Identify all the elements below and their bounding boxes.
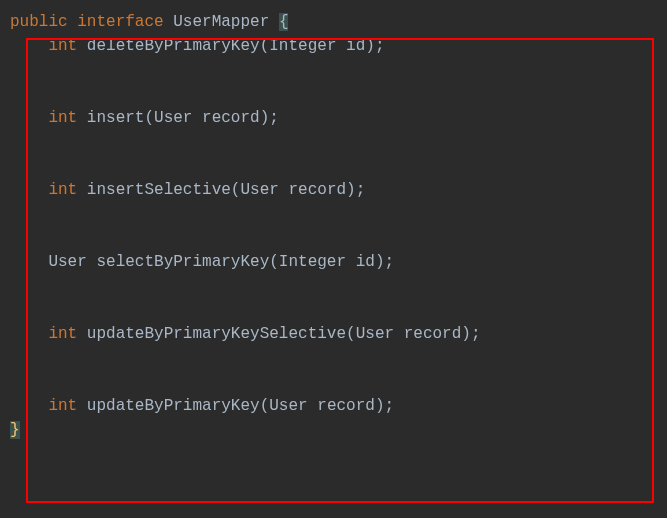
semicolon: ; [375, 37, 385, 55]
return-type: int [48, 181, 77, 199]
param-type: User [240, 181, 278, 199]
blank-line [10, 226, 657, 250]
param-name: id [346, 37, 365, 55]
param-name: record [317, 397, 375, 415]
method-name: insert [87, 109, 145, 127]
param-type: Integer [269, 37, 336, 55]
close-brace: } [10, 421, 20, 439]
param-type: User [154, 109, 192, 127]
access-modifier: public [10, 13, 68, 31]
paren-open: ( [346, 325, 356, 343]
blank-line [10, 346, 657, 370]
method-name: insertSelective [87, 181, 231, 199]
code-editor: public interface UserMapper { int delete… [10, 10, 657, 442]
semicolon: ; [269, 109, 279, 127]
method-name: selectByPrimaryKey [96, 253, 269, 271]
blank-line [10, 370, 657, 394]
return-type: int [48, 325, 77, 343]
blank-line [10, 298, 657, 322]
param-type: Integer [279, 253, 346, 271]
param-name: id [356, 253, 375, 271]
param-name: record [202, 109, 260, 127]
semicolon: ; [471, 325, 481, 343]
method-line: User selectByPrimaryKey(Integer id); [10, 250, 657, 274]
paren-open: ( [260, 37, 270, 55]
method-line: int insertSelective(User record); [10, 178, 657, 202]
blank-line [10, 274, 657, 298]
close-brace-line: } [10, 418, 657, 442]
return-type: int [48, 109, 77, 127]
paren-open: ( [269, 253, 279, 271]
paren-close: ) [375, 397, 385, 415]
param-name: record [404, 325, 462, 343]
blank-line [10, 58, 657, 82]
interface-keyword: interface [77, 13, 163, 31]
method-name: deleteByPrimaryKey [87, 37, 260, 55]
interface-declaration-line: public interface UserMapper { [10, 10, 657, 34]
blank-line [10, 154, 657, 178]
semicolon: ; [385, 253, 395, 271]
blank-line [10, 202, 657, 226]
paren-open: ( [144, 109, 154, 127]
semicolon: ; [356, 181, 366, 199]
param-name: record [288, 181, 346, 199]
method-name: updateByPrimaryKeySelective [87, 325, 346, 343]
param-type: User [269, 397, 307, 415]
paren-close: ) [260, 109, 270, 127]
paren-close: ) [375, 253, 385, 271]
semicolon: ; [385, 397, 395, 415]
method-line: int insert(User record); [10, 106, 657, 130]
return-type: int [48, 397, 77, 415]
paren-close: ) [346, 181, 356, 199]
method-line: int deleteByPrimaryKey(Integer id); [10, 34, 657, 58]
return-type: int [48, 37, 77, 55]
blank-line [10, 130, 657, 154]
param-type: User [356, 325, 394, 343]
method-name: updateByPrimaryKey [87, 397, 260, 415]
paren-open: ( [260, 397, 270, 415]
paren-close: ) [365, 37, 375, 55]
interface-name: UserMapper [173, 13, 269, 31]
return-type: User [48, 253, 86, 271]
blank-line [10, 82, 657, 106]
open-brace: { [279, 13, 289, 31]
paren-close: ) [461, 325, 471, 343]
method-line: int updateByPrimaryKeySelective(User rec… [10, 322, 657, 346]
method-line: int updateByPrimaryKey(User record); [10, 394, 657, 418]
